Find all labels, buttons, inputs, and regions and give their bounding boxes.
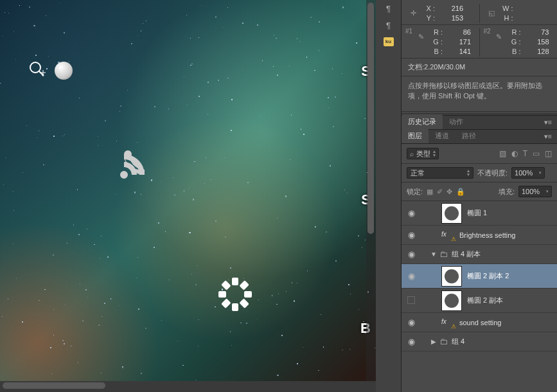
sample1-g: 171 — [445, 37, 471, 47]
collapsed-panel-dock[interactable]: ¶ ¶ ku — [376, 0, 402, 392]
eyedropper-icon: ✎ — [491, 29, 507, 44]
layers-list: ◉ 椭圆 1 ◉ Brightness setting ◉ ▼ 🗀 组 4 副本… — [402, 201, 557, 352]
coord-y: 153 — [438, 13, 463, 23]
info-panel: ✛ X :216 Y :153 ◱ W : H : #1 ✎ R :86 — [402, 0, 557, 112]
lock-transparency-icon[interactable]: ▦ — [427, 188, 433, 196]
wifi-icon — [119, 149, 150, 181]
tab-history[interactable]: 历史记录 — [402, 114, 443, 129]
layer-name[interactable]: 组 4 — [449, 337, 553, 346]
visibility-toggle[interactable]: ◉ — [402, 337, 421, 346]
layer-thumbnail[interactable] — [441, 290, 462, 311]
opacity-label: 不透明度: — [477, 168, 508, 178]
paragraph-icon[interactable]: ¶ — [376, 17, 401, 33]
visibility-toggle[interactable]: ◉ — [402, 249, 421, 259]
visibility-toggle[interactable]: ◉ — [402, 208, 421, 218]
layer-row[interactable]: ◉ ▼ 🗀 组 4 副本 — [402, 245, 557, 264]
text-layer-warning-icon — [441, 230, 454, 240]
vertical-scrollbar[interactable] — [366, 0, 376, 381]
filter-image-icon[interactable]: ▧ — [499, 149, 506, 158]
lock-all-icon[interactable]: 🔒 — [456, 188, 465, 196]
text-layer-warning-icon — [441, 317, 454, 328]
tab-layers[interactable]: 图层 — [402, 129, 429, 143]
sample1-r: 86 — [445, 28, 471, 37]
folder-icon: 🗀 — [438, 337, 449, 346]
blend-mode-select[interactable]: 正常▴▾ — [407, 167, 473, 179]
eyedropper-icon: ✎ — [413, 29, 429, 44]
paragraph-icon[interactable]: ¶ — [376, 0, 401, 17]
layer-row[interactable]: ◉ 椭圆 1 — [402, 201, 557, 226]
filter-text-icon[interactable]: T — [523, 149, 527, 158]
lock-pixels-icon[interactable]: ✐ — [437, 188, 443, 196]
visibility-toggle[interactable]: ◉ — [402, 230, 421, 240]
layer-name[interactable]: Brightness setting — [457, 231, 553, 239]
layer-row[interactable]: ◉ sound setting — [402, 313, 557, 332]
dim-h — [516, 13, 542, 23]
filter-adjustment-icon[interactable]: ◐ — [511, 149, 518, 158]
disclosure-triangle[interactable]: ▼ — [430, 251, 438, 258]
disclosure-triangle[interactable]: ▶ — [430, 338, 438, 345]
document-canvas[interactable]: S S B — [0, 0, 376, 381]
sample2-b: 128 — [524, 47, 549, 57]
layer-filter-select[interactable]: ⌕ 类型 ▴▾ — [407, 148, 439, 159]
document-size: 文档:2.20M/30.0M — [402, 58, 557, 76]
tab-paths[interactable]: 路径 — [455, 129, 482, 143]
visibility-toggle[interactable]: ◉ — [402, 317, 421, 327]
dimension-icon: ◱ — [484, 5, 499, 21]
layer-name[interactable]: 椭圆 2 副本 2 — [464, 271, 553, 281]
lock-label: 锁定: — [407, 187, 423, 197]
crosshair-icon: ✛ — [405, 5, 421, 21]
folder-icon: 🗀 — [438, 249, 449, 259]
opacity-input[interactable]: 100%▾ — [511, 167, 545, 179]
layer-name[interactable]: sound setting — [457, 319, 553, 326]
history-tabs: 历史记录 动作 ▾≡ — [402, 116, 557, 130]
lock-position-icon[interactable]: ✥ — [446, 188, 452, 196]
tab-channels[interactable]: 通道 — [429, 129, 455, 143]
search-icon: ⌕ — [410, 150, 414, 157]
sphere-shape — [55, 62, 73, 80]
layer-name[interactable]: 椭圆 1 — [464, 208, 553, 218]
loading-spinner-icon — [218, 278, 252, 311]
fill-input[interactable]: 100%▾ — [518, 186, 552, 197]
tool-hint: 点按并拖移以移动图层或选区。要用附加选项，使用 Shift 和 Opt 键。 — [402, 76, 557, 105]
layer-name[interactable]: 椭圆 2 副本 — [464, 296, 553, 305]
layer-thumbnail[interactable] — [441, 203, 462, 224]
layers-tabs: 图层 通道 路径 ▾≡ — [402, 130, 557, 144]
properties-panel: ✛ X :216 Y :153 ◱ W : H : #1 ✎ R :86 — [402, 0, 557, 392]
layer-row[interactable]: ◉ ▶ 🗀 组 4 — [402, 332, 557, 352]
coord-x: 216 — [438, 4, 463, 13]
layer-row[interactable]: ◉ Brightness setting — [402, 226, 557, 245]
sample1-b: 141 — [445, 47, 471, 57]
nebula-overlay — [0, 0, 376, 381]
fill-label: 填充: — [499, 187, 515, 197]
panel-menu-icon[interactable]: ▾≡ — [539, 116, 557, 129]
horizontal-scrollbar[interactable] — [0, 381, 376, 391]
extension-icon[interactable]: ku — [384, 37, 394, 46]
panel-menu-icon[interactable]: ▾≡ — [539, 130, 557, 143]
layer-thumbnail[interactable] — [441, 266, 462, 287]
layer-name[interactable]: 组 4 副本 — [449, 249, 553, 259]
tab-actions[interactable]: 动作 — [443, 114, 470, 129]
layer-row-selected[interactable]: ◉ 椭圆 2 副本 2 — [402, 264, 557, 289]
visibility-toggle[interactable] — [402, 296, 421, 305]
visibility-toggle[interactable]: ◉ — [402, 271, 421, 281]
filter-shape-icon[interactable]: ▭ — [533, 149, 540, 158]
layer-row[interactable]: 椭圆 2 副本 — [402, 289, 557, 313]
sample2-r: 73 — [524, 28, 549, 37]
filter-smartobject-icon[interactable]: ◫ — [545, 149, 552, 158]
dim-w — [516, 4, 542, 13]
sample2-g: 158 — [524, 37, 549, 47]
